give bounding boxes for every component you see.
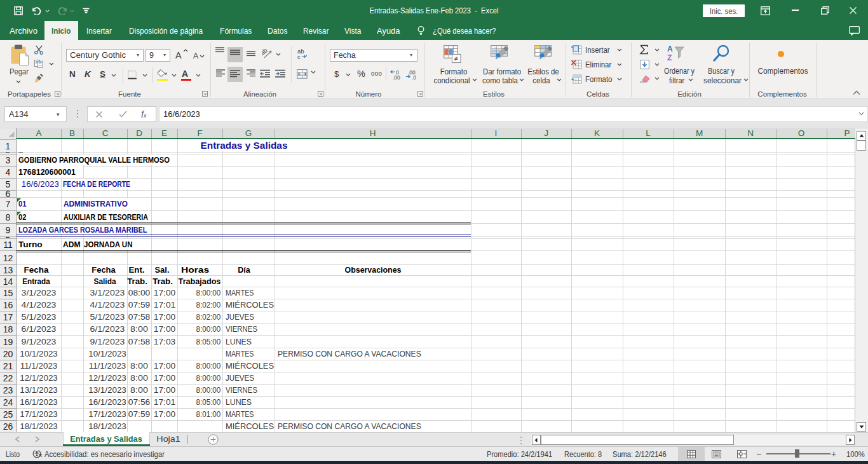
svg-text:≠: ≠ [454, 55, 458, 62]
svg-text:Z: Z [667, 53, 672, 62]
svg-text:ab: ab [262, 48, 269, 57]
svg-text:,0: ,0 [412, 74, 416, 80]
svg-text:,00: ,00 [393, 74, 400, 80]
svg-text:A: A [667, 44, 673, 53]
svg-text:c: c [297, 53, 301, 60]
